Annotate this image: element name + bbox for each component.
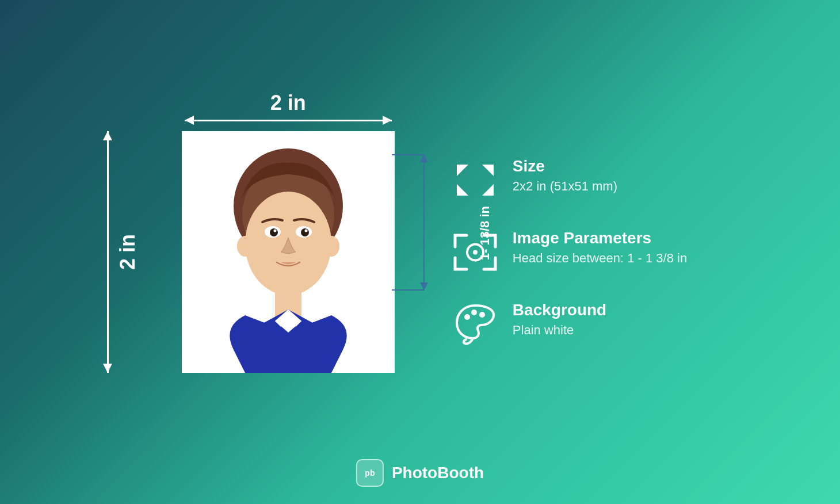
- svg-marker-14: [457, 184, 468, 196]
- palette-icon: [452, 301, 498, 347]
- svg-point-9: [273, 230, 276, 232]
- brand-logo: pb: [356, 459, 384, 487]
- size-text: Size 2x2 in (51x51 mm): [513, 157, 617, 194]
- svg-marker-15: [482, 184, 494, 196]
- width-arrow-line: [185, 120, 392, 121]
- head-measure-label: 1- 13/8 in: [478, 206, 492, 260]
- svg-marker-12: [457, 165, 468, 176]
- brand-name: PhotoBooth: [392, 464, 484, 482]
- size-title: Size: [513, 157, 617, 175]
- svg-point-20: [479, 312, 485, 318]
- person-illustration: [182, 131, 395, 373]
- image-params-value: Head size between: 1 - 1 3/8 in: [513, 251, 687, 266]
- image-params-title: Image Parameters: [513, 229, 687, 247]
- height-label: 2 in: [116, 234, 140, 270]
- background-title: Background: [513, 301, 606, 319]
- resize-icon: [452, 157, 498, 203]
- brand-logo-text: pb: [365, 468, 375, 478]
- width-arrow: 2 in: [182, 91, 395, 121]
- background-value: Plain white: [513, 323, 606, 338]
- background-text: Background Plain white: [513, 301, 606, 338]
- svg-point-17: [473, 250, 478, 254]
- svg-point-4: [323, 236, 339, 257]
- svg-point-8: [301, 228, 309, 236]
- photo-diagram: 2 in 2 in: [153, 131, 395, 373]
- image-params-text: Image Parameters Head size between: 1 - …: [513, 229, 687, 266]
- svg-marker-13: [482, 165, 494, 176]
- footer: pb PhotoBooth: [356, 459, 484, 487]
- height-arrow: 2 in: [107, 131, 140, 373]
- svg-point-10: [304, 230, 307, 232]
- svg-point-7: [270, 228, 278, 236]
- head-measure-top: [392, 154, 423, 155]
- head-measure-arrow: [423, 154, 425, 291]
- photo-box: [182, 131, 395, 373]
- size-item: Size 2x2 in (51x51 mm): [452, 157, 687, 203]
- head-measure-bottom: [392, 289, 423, 291]
- background-item: Background Plain white: [452, 301, 687, 347]
- diagram-inner: 2 in 2 in: [153, 131, 395, 373]
- size-value: 2x2 in (51x51 mm): [513, 179, 617, 194]
- svg-point-19: [471, 310, 477, 315]
- svg-point-3: [237, 236, 253, 257]
- width-label: 2 in: [270, 91, 306, 115]
- height-arrow-line: [107, 131, 109, 373]
- svg-point-18: [464, 314, 470, 320]
- main-container: 2 in 2 in: [0, 0, 840, 504]
